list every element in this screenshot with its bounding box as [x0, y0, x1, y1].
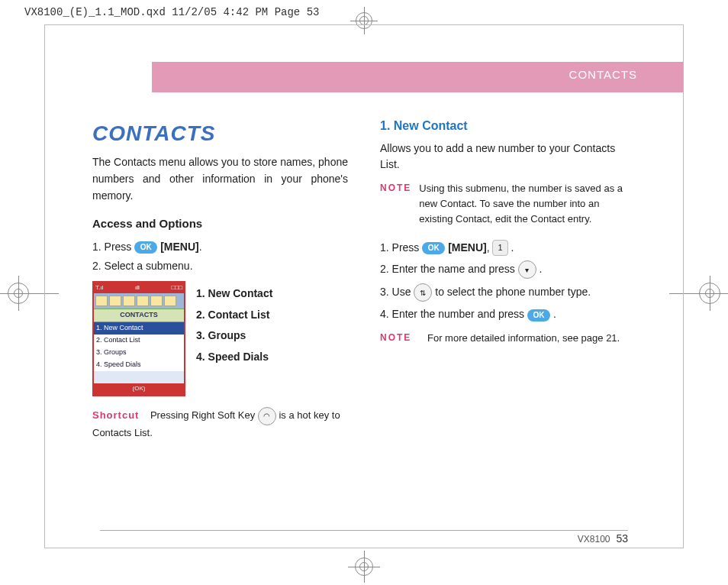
- step1-prefix: 1. Press: [92, 241, 134, 253]
- phone-signal-icon: T.ıl: [95, 283, 103, 292]
- note-2: NOTE For more detailed information, see …: [380, 331, 636, 346]
- section-header-text: CONTACTS: [569, 68, 637, 81]
- left-column: CONTACTS The Contacts menu allows you to…: [92, 117, 348, 441]
- shortcut-block: Shortcut Pressing Right Soft Key ◠ is a …: [92, 407, 348, 441]
- phone-icon-row: [94, 293, 184, 309]
- nav-updown-icon: ⇅: [414, 283, 432, 302]
- nav-down-icon: ▾: [518, 260, 536, 279]
- footer-rule: [100, 530, 628, 531]
- crop-mark-right: [699, 283, 720, 304]
- r3a: 3. Use: [380, 286, 414, 298]
- step-2: 2. Select a submenu.: [92, 258, 348, 275]
- note-label-1: NOTE: [380, 181, 411, 227]
- r4b: .: [550, 308, 556, 320]
- r2b: .: [536, 263, 543, 275]
- right-column: 1. New Contact Allows you to add a new n…: [380, 117, 636, 441]
- submenu-item-2: 2. Contact List: [196, 307, 272, 324]
- note-1: NOTE Using this submenu, the number is s…: [380, 181, 636, 227]
- phone-row-4: 4. Speed Dials: [94, 359, 184, 371]
- menu-label: [MENU]: [448, 241, 487, 254]
- r1a: 1. Press: [380, 241, 422, 254]
- page-number-value: 53: [616, 532, 628, 545]
- phone-screenshot: T.ıl ıll □□□ CONTACTS 1. New Contact 2. …: [92, 281, 185, 396]
- phone-ok-row: (OK): [94, 383, 184, 394]
- r-step-4: 4. Enter the number and press OK .: [380, 306, 636, 323]
- page-title: CONTACTS: [92, 117, 348, 150]
- shortcut-label: Shortcut: [92, 409, 139, 421]
- section-header-bar: CONTACTS: [152, 62, 683, 92]
- new-contact-heading: 1. New Contact: [380, 117, 636, 136]
- phone-row-1: 1. New Contact: [94, 322, 184, 335]
- model-label: VX8100: [578, 534, 610, 545]
- note-label-2: NOTE: [380, 331, 420, 346]
- content-columns: CONTACTS The Contacts menu allows you to…: [92, 117, 636, 441]
- r-step-1: 1. Press OK [MENU], 1 .: [380, 240, 636, 257]
- submenu-block: T.ıl ıll □□□ CONTACTS 1. New Contact 2. …: [92, 281, 348, 396]
- submenu-item-4: 4. Speed Dials: [196, 349, 272, 366]
- phone-battery-icon: □□□: [171, 283, 182, 292]
- r1c: .: [508, 241, 514, 254]
- soft-key-icon: ◠: [258, 407, 276, 425]
- new-contact-intro: Allows you to add a new number to your C…: [380, 141, 636, 173]
- one-key-icon: 1: [492, 240, 507, 256]
- ok-icon: OK: [134, 241, 157, 254]
- crop-mark-bottom: [355, 558, 373, 576]
- submenu-item-3: 3. Groups: [196, 328, 272, 344]
- intro-text: The Contacts menu allows you to store na…: [92, 154, 348, 204]
- step-1: 1. Press OK [MENU].: [92, 239, 348, 256]
- note-1-text: Using this submenu, the number is saved …: [419, 181, 636, 227]
- phone-row-2: 2. Contact List: [94, 335, 184, 347]
- r3b: to select the phone number type.: [435, 286, 591, 298]
- r4a: 4. Enter the number and press: [380, 308, 527, 320]
- note-2-text: For more detailed information, see page …: [427, 331, 620, 346]
- shortcut-text-a: Pressing Right Soft Key: [150, 409, 258, 421]
- file-header: VX8100_(E)_1.1_MOD.qxd 11/2/05 4:42 PM P…: [24, 6, 319, 18]
- menu-label: [MENU]: [160, 241, 199, 253]
- access-heading: Access and Options: [92, 215, 348, 232]
- r-step-2: 2. Enter the name and press ▾ .: [380, 260, 636, 279]
- submenu-list: 1. New Contact 2. Contact List 3. Groups…: [196, 281, 272, 370]
- page-frame: CONTACTS CONTACTS The Contacts menu allo…: [44, 24, 684, 548]
- ok-icon: OK: [422, 242, 445, 254]
- ok-icon: OK: [527, 309, 550, 322]
- phone-status-icon: ıll: [135, 283, 140, 292]
- phone-row-3: 3. Groups: [94, 347, 184, 359]
- step1-suffix: .: [199, 241, 202, 253]
- page-number: VX8100 53: [578, 532, 628, 545]
- r1b: ,: [487, 241, 493, 254]
- submenu-item-1: 1. New Contact: [196, 286, 272, 302]
- r2a: 2. Enter the name and press: [380, 263, 518, 275]
- r-step-3: 3. Use ⇅ to select the phone number type…: [380, 283, 636, 302]
- phone-banner: CONTACTS: [94, 309, 184, 322]
- crop-mark-left: [8, 283, 29, 304]
